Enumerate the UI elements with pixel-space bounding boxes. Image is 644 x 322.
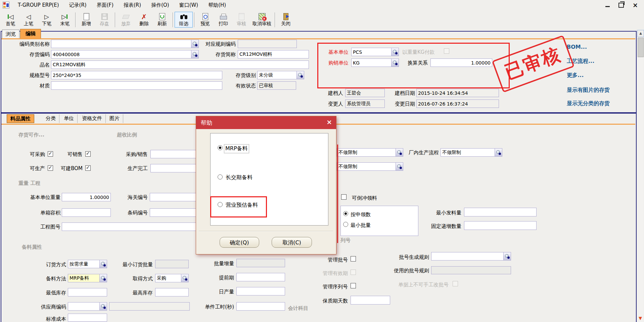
limit2-lookup-icon[interactable] <box>396 162 403 171</box>
backflush-checkbox[interactable] <box>341 194 347 200</box>
new-button[interactable]: 新增 <box>77 12 95 28</box>
cancel-audit-button[interactable]: 取消审核 <box>250 12 273 28</box>
can-bom-checkbox[interactable] <box>85 165 91 171</box>
material-field[interactable] <box>51 81 222 90</box>
menu-help[interactable]: 帮助(H) <box>203 0 231 10</box>
fixed-increment-field[interactable] <box>464 221 537 230</box>
tab-browse[interactable]: 浏览 <box>2 30 19 38</box>
supplier-lookup-icon[interactable] <box>100 302 107 311</box>
dialog-close-icon[interactable]: × <box>326 119 332 125</box>
forecast-option-label[interactable]: 营业预估备料 <box>226 202 258 209</box>
prev-record-button[interactable]: ◁上笔 <box>19 12 38 28</box>
barcode-field[interactable] <box>150 208 197 217</box>
first-record-button[interactable]: ◁首笔 <box>1 12 19 28</box>
code-type-lookup-icon[interactable] <box>191 40 199 48</box>
code-type-field[interactable] <box>51 40 191 48</box>
item-abbr-field[interactable] <box>238 50 309 58</box>
close-form-button[interactable]: 关闭 <box>277 12 295 28</box>
menu-window[interactable]: 窗口(W) <box>174 0 203 10</box>
base-weight-field[interactable] <box>62 193 111 201</box>
menu-interface[interactable]: 界面(F) <box>92 0 119 10</box>
daily-output-field[interactable] <box>236 287 285 295</box>
filter-button[interactable]: 筛选 <box>175 12 193 28</box>
tab-item-attributes[interactable]: 料品属性 <box>7 114 34 123</box>
long-lead-option-radio[interactable] <box>218 174 223 179</box>
tab-image[interactable]: 图片 <box>106 114 123 123</box>
std-cost-field[interactable] <box>68 314 107 322</box>
can-produce-checkbox[interactable] <box>48 165 53 171</box>
link-more[interactable]: 更多... <box>567 72 584 79</box>
min-batch-radio[interactable] <box>343 222 348 227</box>
customs-field[interactable] <box>150 193 197 201</box>
manage-serial-checkbox[interactable] <box>351 283 356 288</box>
last-record-button[interactable]: ▷末笔 <box>56 12 74 28</box>
menu-operate[interactable]: 操作(O) <box>146 0 174 10</box>
link-bom[interactable]: BOM... <box>567 44 587 50</box>
factory-flow-lookup-icon[interactable] <box>495 148 502 157</box>
tab-classification[interactable]: 分类 <box>42 114 59 123</box>
manage-batch-checkbox[interactable] <box>351 256 356 261</box>
level-field[interactable] <box>257 71 297 79</box>
mrp-option-label[interactable]: MRP备料 <box>224 145 249 153</box>
trade-unit-lookup-icon[interactable] <box>392 58 399 67</box>
ok-button[interactable]: 确定(Q) <box>220 237 259 248</box>
link-show-unclassified[interactable]: 显示无分类的存货 <box>567 100 610 107</box>
unit-time-field[interactable] <box>236 302 285 311</box>
forecast-option-radio[interactable] <box>218 202 223 207</box>
menu-record[interactable]: 记录(R) <box>64 0 92 10</box>
box-volume-field[interactable] <box>62 208 111 217</box>
shelf-days-field[interactable] <box>351 296 390 305</box>
lead-time-field[interactable] <box>236 273 285 281</box>
menu-report[interactable]: 报表(R) <box>119 0 146 10</box>
close-window-icon[interactable]: × <box>633 2 638 8</box>
item-code-lookup-icon[interactable] <box>191 50 199 58</box>
factory-flow-field[interactable] <box>441 148 495 157</box>
next-record-button[interactable]: ▷下笔 <box>38 12 56 28</box>
can-purchase-checkbox[interactable] <box>48 151 53 157</box>
print-button[interactable]: 打印 <box>214 12 232 28</box>
spec-field[interactable] <box>51 71 222 79</box>
supplier-field[interactable] <box>68 302 100 311</box>
tab-unit[interactable]: 单位 <box>60 114 78 123</box>
base-unit-lookup-icon[interactable] <box>392 48 399 56</box>
scroll-down-icon[interactable]: ▼ <box>637 315 643 322</box>
limit1-field[interactable] <box>337 148 396 157</box>
scroll-up-icon[interactable]: ▲ <box>637 30 644 37</box>
menu-app[interactable]: T-GROUP ERP(E) <box>13 0 64 10</box>
by-apply-radio[interactable] <box>343 211 348 216</box>
max-stock-field[interactable] <box>155 288 189 296</box>
tab-edit[interactable]: 编辑 <box>20 29 41 38</box>
refresh-button[interactable]: 刷新 <box>153 12 171 28</box>
mrp-option-radio[interactable] <box>218 145 223 150</box>
limit2-field[interactable] <box>337 162 396 171</box>
link-show-with-image[interactable]: 显示有图片的存货 <box>567 87 610 94</box>
limit1-lookup-icon[interactable] <box>396 148 403 157</box>
order-mode-field[interactable] <box>68 260 100 268</box>
scrollbar-thumb[interactable] <box>638 38 644 57</box>
level-lookup-icon[interactable] <box>297 71 304 79</box>
drawing-field[interactable] <box>62 223 197 231</box>
obtain-mode-field[interactable] <box>155 274 181 282</box>
minimize-icon[interactable] <box>605 6 610 7</box>
batch-rule-lookup-icon[interactable] <box>504 252 511 260</box>
delete-button[interactable]: ✗删除 <box>135 12 153 28</box>
item-name-field[interactable] <box>51 61 309 69</box>
min-issue-field[interactable] <box>464 208 537 216</box>
batch-rule-field[interactable] <box>431 252 504 260</box>
restore-icon[interactable] <box>618 3 624 8</box>
tab-qualification[interactable]: 资格文件 <box>79 114 106 123</box>
item-code-field[interactable] <box>51 50 191 58</box>
base-unit-field[interactable] <box>351 48 392 56</box>
can-sell-checkbox[interactable] <box>85 151 91 157</box>
trade-unit-field[interactable] <box>351 58 392 67</box>
preview-button[interactable]: 预览 <box>196 12 214 28</box>
prepare-method-field[interactable] <box>68 274 100 282</box>
min-stock-field[interactable] <box>68 288 107 296</box>
long-lead-option-label[interactable]: 长交期备料 <box>226 174 252 181</box>
conversion-field[interactable] <box>430 58 492 67</box>
vertical-scrollbar[interactable]: ▲ ▼ <box>637 30 644 322</box>
cancel-button[interactable]: 取消(C) <box>272 237 312 248</box>
obtain-mode-lookup-icon[interactable] <box>181 274 189 282</box>
prod-done-field[interactable] <box>150 164 197 172</box>
purchase-sale-field[interactable] <box>150 150 197 158</box>
